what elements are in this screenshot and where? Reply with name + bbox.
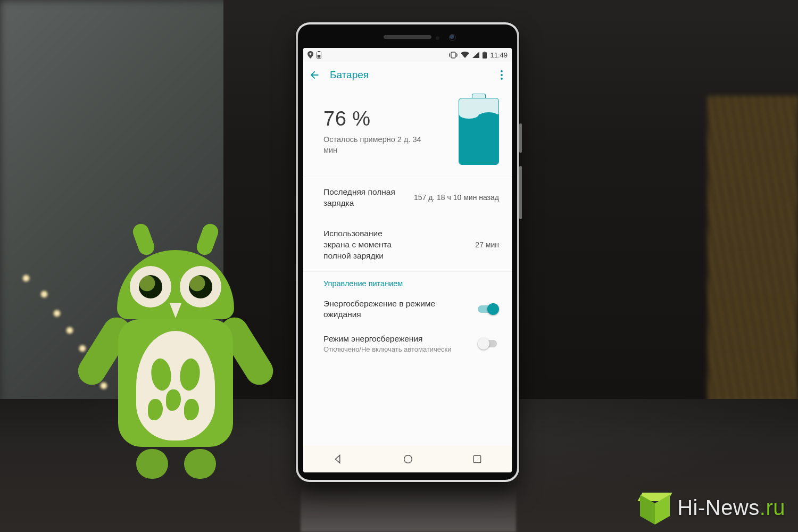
setting-title: Энергосбережение в режиме ожидания: [323, 298, 469, 320]
battery-saver-row[interactable]: Режим энергосбережения Отключено/Не вклю…: [303, 326, 512, 360]
nav-back-icon[interactable]: [332, 453, 344, 465]
location-icon: [307, 51, 313, 59]
svg-rect-10: [474, 455, 481, 462]
row-value: 157 д. 18 ч 10 мин назад: [412, 193, 499, 203]
page-title: Батарея: [330, 69, 369, 81]
screen-usage-row[interactable]: Использование экрана с момента полной за…: [303, 219, 512, 271]
battery-percent: 76 %: [323, 107, 446, 130]
status-bar: 11:49: [303, 48, 512, 62]
section-power-management: Управление питанием: [303, 272, 512, 291]
bokeh-light: [66, 327, 73, 334]
back-icon[interactable]: [309, 69, 320, 81]
hinews-cube-icon: [640, 493, 670, 522]
battery-icon: [483, 52, 487, 59]
nav-home-icon[interactable]: [402, 453, 414, 465]
bokeh-light: [22, 275, 30, 282]
svg-rect-3: [451, 52, 455, 58]
last-full-charge-row[interactable]: Последняя полная зарядка 157 д. 18 ч 10 …: [303, 177, 512, 219]
android-owl-figurine: [90, 229, 261, 479]
front-camera: [449, 34, 456, 41]
signal-icon: [472, 52, 479, 58]
app-bar: Батарея: [303, 62, 512, 88]
svg-point-6: [501, 70, 503, 72]
svg-point-8: [501, 78, 503, 80]
smartphone: 11:49 Батарея 76 % Осталось примерно 2 д…: [296, 22, 519, 482]
svg-point-9: [404, 455, 412, 463]
setting-title: Режим энергосбережения: [323, 334, 469, 344]
svg-rect-2: [318, 55, 321, 57]
phone-reflection: [301, 473, 516, 532]
row-label: Последняя полная зарядка: [323, 187, 404, 209]
battery-illustration: [459, 98, 499, 165]
bokeh-light: [40, 290, 48, 298]
earpiece: [384, 35, 431, 39]
bokeh-light: [79, 345, 86, 352]
row-label: Использование экрана с момента полной за…: [323, 228, 404, 262]
volume-button[interactable]: [519, 166, 522, 219]
svg-point-7: [501, 74, 503, 76]
power-button[interactable]: [519, 123, 522, 153]
standby-power-saving-row[interactable]: Энергосбережение в режиме ожидания: [303, 291, 512, 326]
wifi-icon: [461, 52, 469, 58]
photo-scene: 11:49 Батарея 76 % Осталось примерно 2 д…: [0, 0, 798, 532]
row-value: 27 мин: [412, 240, 499, 250]
watermark-tld: .ru: [760, 496, 785, 519]
svg-rect-1: [318, 51, 320, 52]
battery-saver-toggle[interactable]: [478, 338, 499, 350]
bokeh-light: [53, 310, 61, 317]
phone-bezel: 11:49 Батарея 76 % Осталось примерно 2 д…: [298, 24, 517, 480]
svg-rect-4: [483, 52, 487, 59]
phone-screen: 11:49 Батарея 76 % Осталось примерно 2 д…: [303, 48, 512, 472]
hinews-watermark: Hi-News.ru: [640, 493, 785, 522]
battery-status-small-icon: [317, 51, 321, 59]
battery-hero[interactable]: 76 % Осталось примерно 2 д. 34 мин: [303, 88, 512, 177]
more-icon[interactable]: [497, 69, 506, 81]
navigation-bar: [303, 446, 512, 472]
standby-power-saving-toggle[interactable]: [478, 303, 499, 315]
setting-subtitle: Отключено/Не включать автоматически: [323, 345, 469, 354]
battery-remaining: Осталось примерно 2 д. 34 мин: [323, 135, 430, 155]
vibrate-icon: [449, 52, 458, 59]
nav-recent-icon[interactable]: [472, 454, 483, 464]
watermark-brand: Hi-News: [677, 496, 760, 519]
clock: 11:49: [490, 51, 508, 59]
svg-rect-5: [484, 52, 486, 52]
